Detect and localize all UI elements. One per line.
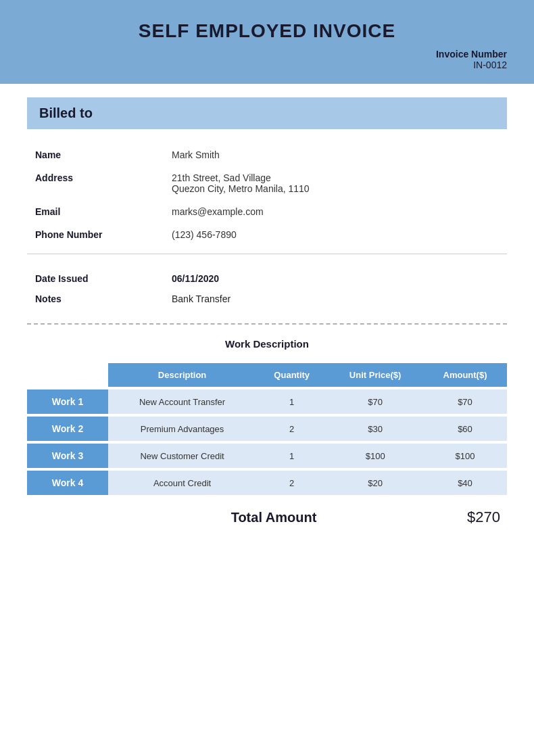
- page: SELF EMPLOYED INVOICE Invoice Number IN-…: [0, 0, 534, 756]
- field-label: Address: [28, 167, 164, 199]
- field-value: (123) 456-7890: [165, 224, 506, 245]
- divider: [27, 254, 507, 254]
- page-title: SELF EMPLOYED INVOICE: [27, 20, 507, 42]
- table-row: Notes Bank Transfer: [28, 289, 506, 308]
- work-amount: $100: [423, 444, 507, 468]
- meta-info-table: Date Issued 06/11/2020 Notes Bank Transf…: [27, 268, 507, 310]
- field-label: Name: [28, 144, 164, 166]
- field-label: Notes: [28, 289, 164, 308]
- work-quantity: 1: [256, 389, 327, 414]
- billed-to-title: Billed to: [39, 105, 495, 121]
- work-unit-price: $20: [327, 471, 423, 495]
- dashed-divider: [27, 323, 507, 325]
- work-label: Work 4: [27, 471, 108, 495]
- work-label: Work 3: [27, 444, 108, 468]
- work-label: Work 1: [27, 389, 108, 414]
- field-label: Email: [28, 201, 164, 222]
- work-quantity: 2: [256, 471, 327, 495]
- billed-to-header: Billed to: [27, 97, 507, 129]
- work-description: New Account Transfer: [108, 389, 256, 414]
- work-table: Description Quantity Unit Price($) Amoun…: [27, 360, 507, 498]
- field-value: Mark Smith: [165, 144, 506, 166]
- work-label: Work 2: [27, 417, 108, 441]
- table-row: Work 1 New Account Transfer 1 $70 $70: [27, 389, 507, 414]
- work-unit-price: $100: [327, 444, 423, 468]
- table-row: Work 4 Account Credit 2 $20 $40: [27, 471, 507, 495]
- work-amount: $70: [423, 389, 507, 414]
- work-amount: $60: [423, 417, 507, 441]
- table-row: Address 21th Street, Sad VillageQuezon C…: [28, 167, 506, 199]
- table-row: Name Mark Smith: [28, 144, 506, 166]
- work-description-title: Work Description: [27, 338, 507, 350]
- work-quantity: 2: [256, 417, 327, 441]
- work-description: Account Credit: [108, 471, 256, 495]
- total-value: $270: [433, 509, 500, 526]
- total-section: Total Amount $270: [27, 498, 507, 526]
- field-value: marks@example.com: [165, 201, 506, 222]
- work-description: Premium Advantages: [108, 417, 256, 441]
- work-amount: $40: [423, 471, 507, 495]
- field-label: Phone Number: [28, 224, 164, 245]
- col-header-unit-price: Unit Price($): [327, 363, 423, 387]
- field-label: Date Issued: [28, 269, 164, 288]
- col-header-amount: Amount($): [423, 363, 507, 387]
- date-issued-value: 06/11/2020: [165, 269, 506, 288]
- work-unit-price: $30: [327, 417, 423, 441]
- table-row: Work 2 Premium Advantages 2 $30 $60: [27, 417, 507, 441]
- work-description: New Customer Credit: [108, 444, 256, 468]
- field-value: 21th Street, Sad VillageQuezon City, Met…: [165, 167, 506, 199]
- col-header-description: Description: [108, 363, 256, 387]
- invoice-number-label: Invoice Number: [27, 49, 507, 60]
- notes-value: Bank Transfer: [165, 289, 506, 308]
- header: SELF EMPLOYED INVOICE Invoice Number IN-…: [0, 0, 534, 84]
- table-row: Phone Number (123) 456-7890: [28, 224, 506, 245]
- total-label: Total Amount: [115, 510, 433, 525]
- invoice-number-block: Invoice Number IN-0012: [27, 49, 507, 70]
- invoice-number-value: IN-0012: [27, 60, 507, 70]
- work-unit-price: $70: [327, 389, 423, 414]
- table-row: Work 3 New Customer Credit 1 $100 $100: [27, 444, 507, 468]
- work-quantity: 1: [256, 444, 327, 468]
- table-row: Date Issued 06/11/2020: [28, 269, 506, 288]
- table-header-row: Description Quantity Unit Price($) Amoun…: [27, 363, 507, 387]
- col-header-empty: [27, 363, 108, 387]
- col-header-quantity: Quantity: [256, 363, 327, 387]
- client-info-table: Name Mark Smith Address 21th Street, Sad…: [27, 143, 507, 247]
- table-row: Email marks@example.com: [28, 201, 506, 222]
- body: Billed to Name Mark Smith Address 21th S…: [0, 84, 534, 553]
